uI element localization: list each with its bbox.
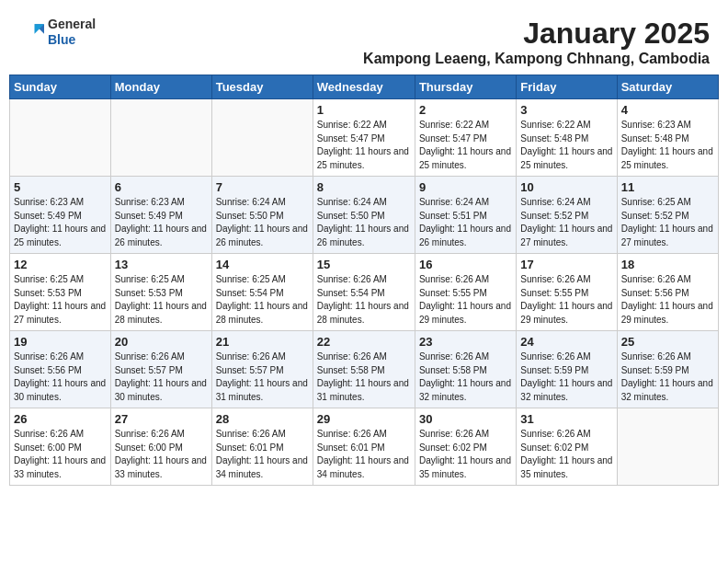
- day-info: Sunrise: 6:26 AMSunset: 5:59 PMDaylight:…: [520, 350, 612, 404]
- calendar-day-29: 29Sunrise: 6:26 AMSunset: 6:01 PMDayligh…: [313, 408, 415, 486]
- calendar-week-row: 12Sunrise: 6:25 AMSunset: 5:53 PMDayligh…: [10, 254, 719, 331]
- day-number: 24: [520, 335, 612, 349]
- day-number: 29: [317, 412, 411, 426]
- day-number: 27: [115, 412, 208, 426]
- empty-day-cell: [10, 99, 111, 177]
- day-number: 25: [621, 335, 714, 349]
- calendar-day-28: 28Sunrise: 6:26 AMSunset: 6:01 PMDayligh…: [211, 408, 313, 486]
- day-number: 23: [419, 335, 512, 349]
- day-number: 14: [216, 258, 309, 271]
- logo-blue: Blue: [48, 32, 96, 48]
- calendar-day-17: 17Sunrise: 6:26 AMSunset: 5:55 PMDayligh…: [517, 254, 617, 331]
- day-number: 9: [419, 180, 512, 194]
- weekday-header-sunday: Sunday: [10, 75, 111, 99]
- day-info: Sunrise: 6:26 AMSunset: 6:02 PMDaylight:…: [419, 428, 512, 481]
- day-number: 12: [14, 258, 107, 271]
- calendar-day-23: 23Sunrise: 6:26 AMSunset: 5:58 PMDayligh…: [415, 331, 516, 408]
- weekday-header-thursday: Thursday: [415, 75, 516, 99]
- page-header: General Blue January 2025 Kampong Leaeng…: [9, 9, 719, 71]
- calendar-day-15: 15Sunrise: 6:26 AMSunset: 5:54 PMDayligh…: [313, 254, 415, 331]
- day-number: 30: [419, 412, 512, 426]
- logo-icon: [18, 19, 44, 45]
- calendar-day-12: 12Sunrise: 6:25 AMSunset: 5:53 PMDayligh…: [10, 254, 111, 331]
- day-info: Sunrise: 6:23 AMSunset: 5:49 PMDaylight:…: [115, 196, 208, 249]
- calendar-day-7: 7Sunrise: 6:24 AMSunset: 5:50 PMDaylight…: [211, 177, 313, 254]
- calendar-day-30: 30Sunrise: 6:26 AMSunset: 6:02 PMDayligh…: [415, 408, 516, 486]
- day-number: 11: [621, 180, 714, 194]
- day-number: 26: [14, 412, 107, 426]
- day-number: 6: [115, 180, 208, 194]
- day-number: 19: [14, 335, 107, 349]
- calendar-day-24: 24Sunrise: 6:26 AMSunset: 5:59 PMDayligh…: [517, 331, 617, 408]
- calendar-day-1: 1Sunrise: 6:22 AMSunset: 5:47 PMDaylight…: [313, 99, 415, 177]
- day-number: 10: [520, 180, 612, 194]
- calendar-day-14: 14Sunrise: 6:25 AMSunset: 5:54 PMDayligh…: [211, 254, 313, 331]
- calendar-week-row: 19Sunrise: 6:26 AMSunset: 5:56 PMDayligh…: [10, 331, 719, 408]
- day-info: Sunrise: 6:26 AMSunset: 6:01 PMDaylight:…: [317, 428, 411, 481]
- calendar-day-5: 5Sunrise: 6:23 AMSunset: 5:49 PMDaylight…: [10, 177, 111, 254]
- calendar-day-26: 26Sunrise: 6:26 AMSunset: 6:00 PMDayligh…: [10, 408, 111, 486]
- day-info: Sunrise: 6:23 AMSunset: 5:48 PMDaylight:…: [621, 119, 714, 172]
- weekday-header-friday: Friday: [517, 75, 617, 99]
- calendar-day-22: 22Sunrise: 6:26 AMSunset: 5:58 PMDayligh…: [313, 331, 415, 408]
- calendar-day-2: 2Sunrise: 6:22 AMSunset: 5:47 PMDaylight…: [415, 99, 516, 177]
- day-number: 2: [419, 103, 512, 117]
- day-info: Sunrise: 6:24 AMSunset: 5:50 PMDaylight:…: [216, 196, 309, 249]
- day-info: Sunrise: 6:25 AMSunset: 5:53 PMDaylight:…: [115, 273, 208, 327]
- logo-general: General: [48, 17, 96, 32]
- calendar-day-18: 18Sunrise: 6:26 AMSunset: 5:56 PMDayligh…: [617, 254, 718, 331]
- day-number: 5: [14, 180, 107, 194]
- calendar-day-21: 21Sunrise: 6:26 AMSunset: 5:57 PMDayligh…: [211, 331, 313, 408]
- calendar-day-3: 3Sunrise: 6:22 AMSunset: 5:48 PMDaylight…: [517, 99, 617, 177]
- calendar-day-20: 20Sunrise: 6:26 AMSunset: 5:57 PMDayligh…: [110, 331, 211, 408]
- day-info: Sunrise: 6:22 AMSunset: 5:47 PMDaylight:…: [419, 119, 512, 172]
- day-number: 18: [621, 258, 714, 271]
- day-info: Sunrise: 6:24 AMSunset: 5:51 PMDaylight:…: [419, 196, 512, 249]
- day-number: 21: [216, 335, 309, 349]
- month-title: January 2025: [363, 17, 710, 51]
- day-info: Sunrise: 6:26 AMSunset: 5:56 PMDaylight:…: [14, 350, 107, 404]
- empty-day-cell: [617, 408, 718, 486]
- day-info: Sunrise: 6:26 AMSunset: 6:00 PMDaylight:…: [14, 428, 107, 481]
- weekday-header-saturday: Saturday: [617, 75, 718, 99]
- calendar-day-10: 10Sunrise: 6:24 AMSunset: 5:52 PMDayligh…: [517, 177, 617, 254]
- day-info: Sunrise: 6:22 AMSunset: 5:48 PMDaylight:…: [520, 119, 612, 172]
- day-info: Sunrise: 6:26 AMSunset: 5:58 PMDaylight:…: [419, 350, 512, 404]
- day-number: 22: [317, 335, 411, 349]
- day-number: 7: [216, 180, 309, 194]
- day-info: Sunrise: 6:25 AMSunset: 5:54 PMDaylight:…: [216, 273, 309, 327]
- calendar-day-11: 11Sunrise: 6:25 AMSunset: 5:52 PMDayligh…: [617, 177, 718, 254]
- calendar-day-9: 9Sunrise: 6:24 AMSunset: 5:51 PMDaylight…: [415, 177, 516, 254]
- day-info: Sunrise: 6:26 AMSunset: 5:56 PMDaylight:…: [621, 273, 714, 327]
- day-info: Sunrise: 6:26 AMSunset: 5:59 PMDaylight:…: [621, 350, 714, 404]
- day-info: Sunrise: 6:26 AMSunset: 6:00 PMDaylight:…: [115, 428, 208, 481]
- logo-text: General Blue: [48, 17, 96, 48]
- day-info: Sunrise: 6:26 AMSunset: 5:57 PMDaylight:…: [216, 350, 309, 404]
- calendar-day-31: 31Sunrise: 6:26 AMSunset: 6:02 PMDayligh…: [517, 408, 617, 486]
- weekday-header-row: SundayMondayTuesdayWednesdayThursdayFrid…: [10, 75, 719, 99]
- day-info: Sunrise: 6:26 AMSunset: 5:55 PMDaylight:…: [419, 273, 512, 327]
- day-number: 31: [520, 412, 612, 426]
- day-info: Sunrise: 6:22 AMSunset: 5:47 PMDaylight:…: [317, 119, 411, 172]
- day-info: Sunrise: 6:23 AMSunset: 5:49 PMDaylight:…: [14, 196, 107, 249]
- day-info: Sunrise: 6:26 AMSunset: 6:02 PMDaylight:…: [520, 428, 612, 481]
- day-info: Sunrise: 6:25 AMSunset: 5:52 PMDaylight:…: [621, 196, 714, 249]
- day-number: 13: [115, 258, 208, 271]
- empty-day-cell: [211, 99, 313, 177]
- day-number: 3: [520, 103, 612, 117]
- calendar-week-row: 26Sunrise: 6:26 AMSunset: 6:00 PMDayligh…: [10, 408, 719, 486]
- calendar-day-27: 27Sunrise: 6:26 AMSunset: 6:00 PMDayligh…: [110, 408, 211, 486]
- calendar-day-13: 13Sunrise: 6:25 AMSunset: 5:53 PMDayligh…: [110, 254, 211, 331]
- calendar-table: SundayMondayTuesdayWednesdayThursdayFrid…: [9, 75, 719, 486]
- day-number: 17: [520, 258, 612, 271]
- weekday-header-wednesday: Wednesday: [313, 75, 415, 99]
- weekday-header-monday: Monday: [110, 75, 211, 99]
- day-info: Sunrise: 6:26 AMSunset: 6:01 PMDaylight:…: [216, 428, 309, 481]
- calendar-day-19: 19Sunrise: 6:26 AMSunset: 5:56 PMDayligh…: [10, 331, 111, 408]
- day-info: Sunrise: 6:24 AMSunset: 5:50 PMDaylight:…: [317, 196, 411, 249]
- day-number: 4: [621, 103, 714, 117]
- day-info: Sunrise: 6:26 AMSunset: 5:57 PMDaylight:…: [115, 350, 208, 404]
- day-number: 8: [317, 180, 411, 194]
- calendar-day-25: 25Sunrise: 6:26 AMSunset: 5:59 PMDayligh…: [617, 331, 718, 408]
- day-number: 1: [317, 103, 411, 117]
